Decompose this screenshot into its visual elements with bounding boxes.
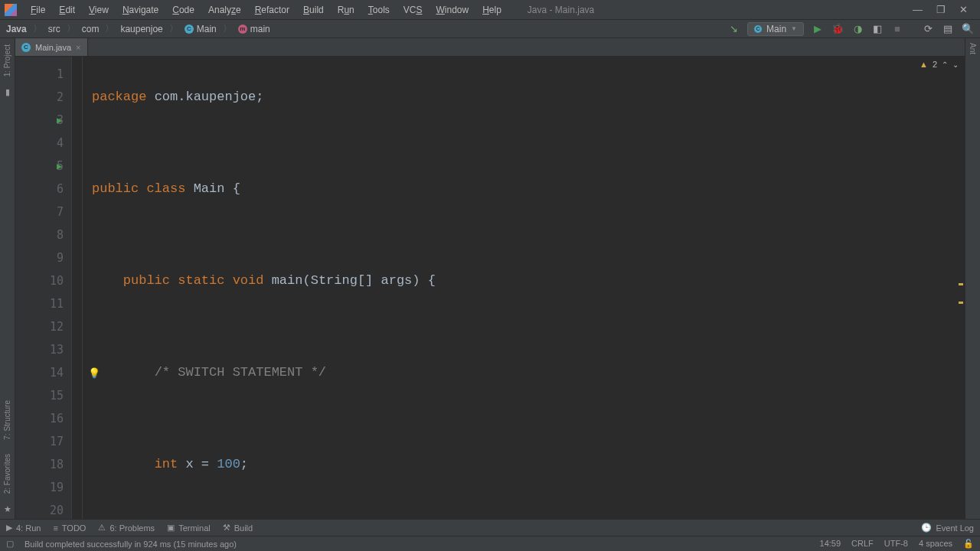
gutter-line[interactable]: 2 xyxy=(15,86,71,109)
tool-todo[interactable]: ≡TODO xyxy=(53,523,86,533)
gutter-line[interactable]: 15 xyxy=(15,384,71,407)
left-tool-strip: 1: Project ▮ 7: Structure 2: Favorites ★ xyxy=(0,38,15,519)
run-config-selector[interactable]: C Main ▼ xyxy=(747,22,804,36)
content-row: 1: Project ▮ 7: Structure 2: Favorites ★… xyxy=(0,38,980,519)
maximize-icon[interactable]: ❐ xyxy=(936,4,946,15)
gutter-line[interactable]: 13 xyxy=(15,338,71,361)
tab-main-java[interactable]: C Main.java × xyxy=(15,38,88,56)
gutter-line[interactable]: 7 xyxy=(15,201,71,223)
gutter-line[interactable]: 12 xyxy=(15,315,71,338)
gutter-line[interactable]: 1 xyxy=(15,63,71,86)
tool-project[interactable]: 1: Project xyxy=(3,41,11,80)
menu-file[interactable]: File xyxy=(24,2,51,18)
tool-structure[interactable]: 7: Structure xyxy=(3,397,11,443)
window-title: Java - Main.java xyxy=(528,5,594,15)
crumb-item[interactable]: main xyxy=(250,24,270,34)
window-controls: — ❐ ✕ xyxy=(913,4,975,15)
breadcrumb[interactable]: Java 〉 src 〉 com 〉 kaupenjoe 〉 C Main 〉 … xyxy=(6,22,270,35)
menu-window[interactable]: Window xyxy=(430,2,475,18)
editor-area: C Main.java × ▲ 2 ⌃ ⌄ 1 2 3▶ 4 5▶ 6 7 8 … xyxy=(15,38,965,519)
folder-icon[interactable]: ▮ xyxy=(5,87,10,97)
menu-view[interactable]: View xyxy=(83,2,115,18)
tool-ant[interactable]: Ant xyxy=(969,43,977,54)
chevron-down-icon: ▼ xyxy=(791,25,797,32)
menu-navigate[interactable]: Navigate xyxy=(116,2,165,18)
tool-problems[interactable]: ⚠6: Problems xyxy=(98,523,155,533)
tool-terminal[interactable]: ▣Terminal xyxy=(167,523,211,533)
crumb-item[interactable]: com xyxy=(82,24,100,34)
menu-analyze[interactable]: Analyze xyxy=(202,2,247,18)
fold-strip[interactable] xyxy=(72,57,83,519)
gutter-line[interactable]: 9 xyxy=(15,246,71,269)
run-gutter-icon[interactable]: ▶ xyxy=(57,161,62,171)
menu-build[interactable]: Build xyxy=(297,2,330,18)
tab-bar: C Main.java × xyxy=(15,38,965,57)
close-icon[interactable]: ✕ xyxy=(959,4,968,15)
gutter-line[interactable]: 8 xyxy=(15,223,71,246)
profile-icon[interactable]: ◧ xyxy=(871,23,884,35)
class-icon: C xyxy=(185,24,194,34)
method-icon: m xyxy=(238,24,247,34)
menu-help[interactable]: Help xyxy=(476,2,508,18)
stop-icon[interactable]: ■ xyxy=(891,23,903,35)
crumb-item[interactable]: kaupenjoe xyxy=(120,24,162,34)
gutter-line[interactable]: 14💡 xyxy=(15,361,71,384)
app-icon xyxy=(5,4,17,16)
indent[interactable]: 4 spaces xyxy=(919,539,952,549)
gutter[interactable]: 1 2 3▶ 4 5▶ 6 7 8 9 10 11 12 13 14💡 15 1… xyxy=(15,57,72,519)
gutter-line[interactable]: 11 xyxy=(15,292,71,315)
star-icon[interactable]: ★ xyxy=(4,504,11,514)
gutter-line[interactable]: 5▶ xyxy=(15,155,71,178)
gutter-line[interactable]: 20 xyxy=(15,499,71,519)
minimize-icon[interactable]: — xyxy=(913,4,923,15)
tool-favorites[interactable]: 2: Favorites xyxy=(3,451,11,497)
menu-tools[interactable]: Tools xyxy=(362,2,396,18)
gutter-line[interactable]: 18 xyxy=(15,453,71,476)
editor-body: 1 2 3▶ 4 5▶ 6 7 8 9 10 11 12 13 14💡 15 1… xyxy=(15,57,965,519)
structure-icon[interactable]: ▤ xyxy=(942,23,954,35)
build-hammer-icon[interactable]: ↘ xyxy=(727,23,740,35)
navbar: Java 〉 src 〉 com 〉 kaupenjoe 〉 C Main 〉 … xyxy=(0,20,980,38)
run-config-label: Main xyxy=(766,24,786,34)
crumb-item[interactable]: src xyxy=(48,24,60,34)
code-editor[interactable]: package com.kaupenjoe; public class Main… xyxy=(83,57,957,519)
coverage-icon[interactable]: ◑ xyxy=(851,23,864,35)
gutter-line[interactable]: 6 xyxy=(15,178,71,201)
crumb-root[interactable]: Java xyxy=(6,24,27,34)
encoding[interactable]: UTF-8 xyxy=(884,539,908,549)
tab-close-icon[interactable]: × xyxy=(76,43,80,52)
warning-marker[interactable] xyxy=(959,302,963,304)
gutter-line[interactable]: 16 xyxy=(15,407,71,430)
tool-run[interactable]: ▶4: Run xyxy=(6,523,41,533)
menu-edit[interactable]: Edit xyxy=(53,2,81,18)
play-icon: ▶ xyxy=(6,523,12,533)
toolbar-right: ↘ C Main ▼ ▶ 🐞 ◑ ◧ ■ ⟳ ▤ 🔍 xyxy=(727,22,974,36)
tool-build[interactable]: ⚒Build xyxy=(223,523,253,533)
menu-refactor[interactable]: Refactor xyxy=(249,2,296,18)
gutter-line[interactable]: 3▶ xyxy=(15,109,71,132)
crumb-item[interactable]: Main xyxy=(197,24,217,34)
line-separator[interactable]: CRLF xyxy=(851,539,874,549)
error-stripe[interactable] xyxy=(957,57,965,519)
menu-code[interactable]: Code xyxy=(166,2,201,18)
gutter-line[interactable]: 17 xyxy=(15,430,71,453)
warning-marker[interactable] xyxy=(959,283,963,285)
hammer-icon: ⚒ xyxy=(223,523,230,533)
status-icon[interactable]: ▢ xyxy=(6,539,14,549)
tool-event-log[interactable]: 🕒Event Log xyxy=(921,523,974,533)
gutter-line[interactable]: 10 xyxy=(15,269,71,292)
run-gutter-icon[interactable]: ▶ xyxy=(57,115,62,126)
right-tool-strip: Ant xyxy=(965,38,980,519)
gutter-line[interactable]: 4 xyxy=(15,132,71,155)
cursor-position[interactable]: 14:59 xyxy=(820,539,841,549)
debug-icon[interactable]: 🐞 xyxy=(831,23,844,35)
bottom-tool-row: ▶4: Run ≡TODO ⚠6: Problems ▣Terminal ⚒Bu… xyxy=(0,519,980,536)
search-everywhere-icon[interactable]: 🔍 xyxy=(962,23,974,35)
menu-run[interactable]: Run xyxy=(332,2,361,18)
menu-vcs[interactable]: VCS xyxy=(397,2,429,18)
readonly-lock-icon[interactable]: 🔓 xyxy=(963,539,974,549)
gutter-line[interactable]: 19 xyxy=(15,476,71,499)
run-play-icon[interactable]: ▶ xyxy=(812,23,824,35)
update-icon[interactable]: ⟳ xyxy=(922,23,934,35)
warning-icon: ⚠ xyxy=(98,523,106,533)
